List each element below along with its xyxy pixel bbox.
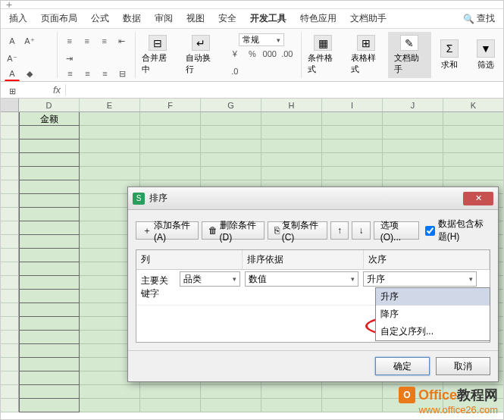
order-option-desc[interactable]: 降序 — [376, 306, 490, 323]
cell[interactable] — [201, 153, 261, 167]
thousands-button[interactable]: 000 — [262, 46, 277, 61]
cell[interactable] — [140, 112, 201, 126]
cell[interactable] — [261, 139, 322, 153]
cell[interactable] — [383, 112, 443, 126]
align-right[interactable]: ≡ — [98, 66, 113, 81]
cell[interactable] — [19, 262, 80, 276]
copy-condition-button[interactable]: ⎘复制条件(C) — [268, 221, 327, 240]
tab-formulas[interactable]: 公式 — [91, 12, 109, 25]
cell[interactable] — [19, 167, 80, 180]
cell[interactable] — [19, 221, 80, 235]
indent-inc[interactable]: ⇥ — [62, 51, 77, 66]
dialog-titlebar[interactable]: S 排序 ✕ — [128, 187, 498, 210]
cell[interactable] — [201, 167, 261, 180]
cell[interactable] — [443, 153, 504, 167]
add-tab-button[interactable]: + — [0, 0, 18, 11]
cell[interactable] — [201, 139, 261, 153]
currency-button[interactable]: ¥ — [227, 46, 243, 61]
sortby-select[interactable]: 数值▾ — [245, 271, 358, 287]
cell[interactable] — [261, 126, 322, 139]
row-headers[interactable] — [0, 112, 19, 412]
cell[interactable] — [383, 153, 443, 167]
cell[interactable] — [322, 153, 383, 167]
cancel-button[interactable]: 取消 — [436, 357, 490, 375]
cell[interactable] — [443, 139, 504, 153]
merge-center-button[interactable]: ⊟ 合并居中 — [136, 32, 179, 78]
ok-button[interactable]: 确定 — [375, 357, 430, 375]
cell[interactable] — [19, 153, 80, 167]
tab-special[interactable]: 特色应用 — [300, 12, 337, 25]
table-style-button[interactable]: ⊞ 表格样式 — [345, 32, 388, 78]
tab-developer[interactable]: 开发工具 — [250, 12, 286, 25]
cell[interactable] — [19, 208, 80, 221]
cell[interactable] — [322, 112, 383, 126]
col-header-d[interactable]: D — [19, 99, 80, 111]
wrap-text-button[interactable]: ↵ 自动换行 — [180, 32, 223, 78]
col-header-j[interactable]: J — [383, 99, 443, 111]
cell[interactable] — [140, 167, 201, 180]
cell[interactable] — [19, 399, 80, 412]
order-option-asc[interactable]: 升序 — [376, 288, 490, 306]
number-format-select[interactable]: 常规 ▾ — [239, 33, 284, 46]
close-button[interactable]: ✕ — [463, 192, 493, 205]
cell[interactable] — [443, 126, 504, 139]
cell[interactable] — [322, 385, 383, 399]
cell[interactable] — [19, 331, 80, 344]
cell[interactable] — [19, 290, 80, 303]
cell[interactable] — [322, 399, 383, 412]
select-all-corner[interactable] — [0, 99, 19, 111]
cell[interactable] — [19, 139, 80, 153]
inc-decimal-button[interactable]: .00 — [280, 46, 295, 61]
percent-button[interactable]: % — [245, 46, 260, 61]
cell[interactable] — [19, 317, 80, 331]
order-option-custom[interactable]: 自定义序列... — [376, 323, 490, 340]
column-select[interactable]: 品类▾ — [180, 271, 240, 287]
col-header-k[interactable]: K — [443, 99, 504, 111]
has-header-checkbox[interactable]: 数据包含标题(H) — [425, 218, 490, 243]
cell[interactable] — [261, 399, 322, 412]
cell[interactable] — [322, 126, 383, 139]
cell[interactable] — [19, 303, 80, 317]
cell[interactable] — [19, 344, 80, 358]
cell[interactable] — [201, 385, 261, 399]
cell[interactable] — [140, 385, 201, 399]
tab-data[interactable]: 数据 — [123, 12, 141, 25]
cell[interactable] — [19, 180, 80, 194]
cell[interactable] — [80, 385, 140, 399]
search-box[interactable]: 🔍 查找 — [463, 12, 495, 25]
cell[interactable] — [383, 126, 443, 139]
fx-button[interactable]: fx — [49, 84, 66, 96]
cell[interactable] — [80, 399, 140, 412]
options-button[interactable]: 选项(O)... — [374, 221, 419, 240]
tab-view[interactable]: 视图 — [186, 12, 205, 25]
font-color[interactable]: A — [5, 66, 20, 81]
conditional-format-button[interactable]: ▦ 条件格式 — [302, 32, 345, 78]
cell[interactable] — [19, 371, 80, 385]
cell[interactable] — [19, 358, 80, 371]
indent-dec[interactable]: ⇤ — [114, 33, 130, 49]
cell[interactable] — [443, 112, 504, 126]
col-header-g[interactable]: G — [201, 99, 261, 111]
cell[interactable] — [140, 399, 201, 412]
cell[interactable] — [80, 126, 140, 139]
add-condition-button[interactable]: ＋添加条件(A) — [136, 221, 199, 240]
tab-insert[interactable]: 插入 — [9, 12, 27, 25]
align-top[interactable]: ≡ — [62, 33, 77, 49]
cell[interactable] — [19, 194, 80, 208]
cell[interactable] — [201, 126, 261, 139]
col-header-i[interactable]: I — [322, 99, 383, 111]
cell[interactable] — [261, 112, 322, 126]
sum-button[interactable]: Σ 求和 — [431, 32, 468, 78]
borders-button[interactable]: ⊞ — [5, 83, 20, 99]
cell[interactable] — [19, 385, 80, 399]
fill-color[interactable]: ◆ — [22, 66, 37, 81]
cell[interactable] — [80, 153, 140, 167]
cell[interactable] — [19, 249, 80, 262]
cell[interactable] — [80, 139, 140, 153]
cell[interactable] — [201, 399, 261, 412]
cell[interactable] — [261, 153, 322, 167]
cell[interactable] — [383, 167, 443, 180]
cell[interactable] — [322, 167, 383, 180]
filter-button[interactable]: ▼ 筛选 — [468, 32, 504, 78]
cell[interactable] — [19, 235, 80, 249]
